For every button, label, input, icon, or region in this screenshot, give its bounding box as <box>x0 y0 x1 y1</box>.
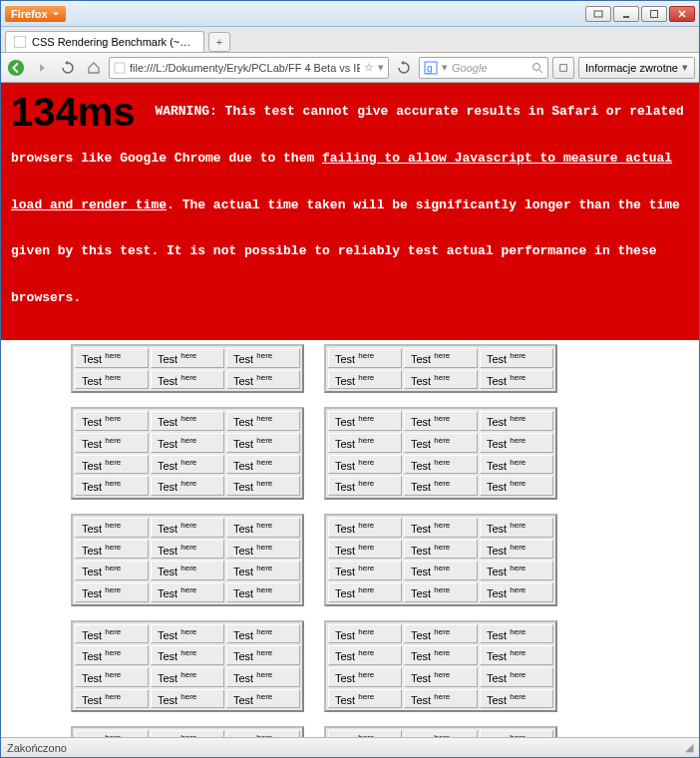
test-cell: Test here <box>480 348 553 368</box>
forward-button[interactable] <box>31 57 53 79</box>
search-dropdown-icon[interactable]: ▾ <box>442 61 448 74</box>
test-cell: Test here <box>75 411 149 431</box>
test-cell: Test here <box>151 540 224 560</box>
addons-dropdown-button[interactable] <box>552 57 574 79</box>
chevron-down-icon: ▾ <box>682 61 688 74</box>
test-cell: Test here <box>328 624 402 644</box>
test-cell: Test here <box>328 689 402 709</box>
test-cell: Test here <box>151 348 224 368</box>
test-cell: Test here <box>328 476 402 496</box>
test-cell: Test here <box>151 370 224 390</box>
test-cell: Test here <box>480 433 553 453</box>
search-go-icon[interactable] <box>531 62 543 74</box>
test-cell: Test here <box>75 540 149 560</box>
test-cell: Test here <box>328 370 402 390</box>
search-box[interactable]: g ▾ Google <box>419 57 548 79</box>
url-dropdown-icon[interactable]: ▾ <box>378 61 384 74</box>
window-extra-button[interactable] <box>585 6 611 22</box>
test-cell: Test here <box>226 433 300 453</box>
test-cell: Test here <box>75 455 149 475</box>
test-grid-region: Test hereTest hereTest hereTest hereTest… <box>1 340 699 737</box>
test-cell: Test here <box>328 540 402 560</box>
test-block: Test hereTest hereTest hereTest hereTest… <box>71 407 304 500</box>
test-cell: Test here <box>328 411 402 431</box>
test-cell: Test here <box>480 689 553 709</box>
test-cell: Test here <box>480 476 553 496</box>
test-cell: Test here <box>404 624 478 644</box>
window-maximize-button[interactable] <box>641 6 667 22</box>
url-input[interactable] <box>130 62 360 74</box>
test-block: Test hereTest hereTest hereTest hereTest… <box>71 726 304 737</box>
test-cell: Test here <box>404 370 478 390</box>
test-cell: Test here <box>226 455 300 475</box>
test-cell: Test here <box>404 667 478 687</box>
test-cell: Test here <box>404 540 478 560</box>
test-cell: Test here <box>328 730 402 737</box>
test-cell: Test here <box>226 348 300 368</box>
test-cell: Test here <box>75 476 149 496</box>
test-block: Test hereTest hereTest hereTest hereTest… <box>71 620 304 713</box>
test-cell: Test here <box>480 411 553 431</box>
browser-tab[interactable]: CSS Rendering Benchmark (~2500 posit... <box>5 31 204 52</box>
test-cell: Test here <box>328 645 402 665</box>
test-block: Test hereTest hereTest hereTest hereTest… <box>324 726 557 737</box>
warning-text-post: . The actual time taken will be signific… <box>11 197 680 306</box>
test-cell: Test here <box>75 518 149 538</box>
test-cell: Test here <box>404 348 478 368</box>
test-cell: Test here <box>480 582 553 602</box>
test-cell: Test here <box>226 540 300 560</box>
test-cell: Test here <box>151 689 224 709</box>
test-cell: Test here <box>151 476 224 496</box>
test-cell: Test here <box>75 561 149 580</box>
window-titlebar: Firefox <box>1 1 699 27</box>
page-content: 134ms WARNING: This test cannot give acc… <box>1 83 699 737</box>
chevron-down-icon <box>52 10 60 18</box>
test-cell: Test here <box>404 582 478 602</box>
svg-rect-4 <box>115 63 125 73</box>
test-block: Test hereTest hereTest hereTest hereTest… <box>324 344 557 393</box>
test-cell: Test here <box>151 624 224 644</box>
test-cell: Test here <box>480 561 553 580</box>
test-cell: Test here <box>404 476 478 496</box>
test-cell: Test here <box>404 730 478 737</box>
test-block: Test hereTest hereTest hereTest hereTest… <box>71 514 304 606</box>
go-reload-button[interactable] <box>393 57 415 79</box>
tab-bar: CSS Rendering Benchmark (~2500 posit... … <box>1 27 699 53</box>
home-button[interactable] <box>83 57 105 79</box>
bookmark-star-icon[interactable]: ☆ <box>364 61 374 74</box>
test-cell: Test here <box>328 582 402 602</box>
test-cell: Test here <box>226 730 300 737</box>
reload-button[interactable] <box>57 57 79 79</box>
test-cell: Test here <box>404 561 478 580</box>
new-tab-button[interactable]: + <box>208 32 230 52</box>
test-cell: Test here <box>75 730 149 737</box>
test-block: Test hereTest hereTest hereTest hereTest… <box>324 620 557 713</box>
test-cell: Test here <box>151 411 224 431</box>
test-cell: Test here <box>480 667 553 687</box>
firefox-app-button[interactable]: Firefox <box>5 6 66 22</box>
search-placeholder: Google <box>452 62 527 74</box>
test-cell: Test here <box>480 540 553 560</box>
svg-point-3 <box>8 59 24 75</box>
feedback-button[interactable]: Informacje zwrotne ▾ <box>578 57 695 79</box>
resize-grip-icon[interactable]: ◢ <box>685 741 693 754</box>
page-favicon <box>14 36 26 48</box>
test-cell: Test here <box>328 433 402 453</box>
test-cell: Test here <box>75 582 149 602</box>
window-close-button[interactable] <box>669 6 695 22</box>
window-minimize-button[interactable] <box>613 6 639 22</box>
status-text: Zakończono <box>7 742 67 754</box>
svg-rect-8 <box>560 64 567 71</box>
test-block: Test hereTest hereTest hereTest hereTest… <box>324 407 557 500</box>
url-bar[interactable]: ☆ ▾ <box>109 57 389 79</box>
test-cell: Test here <box>151 518 224 538</box>
test-cell: Test here <box>328 348 402 368</box>
back-button[interactable] <box>5 57 27 79</box>
test-cell: Test here <box>151 455 224 475</box>
test-cell: Test here <box>75 624 149 644</box>
test-block-row: Test hereTest hereTest hereTest hereTest… <box>71 620 639 713</box>
feedback-label: Informacje zwrotne <box>585 62 678 74</box>
test-block: Test hereTest hereTest hereTest hereTest… <box>71 344 304 393</box>
test-cell: Test here <box>328 667 402 687</box>
test-cell: Test here <box>226 624 300 644</box>
